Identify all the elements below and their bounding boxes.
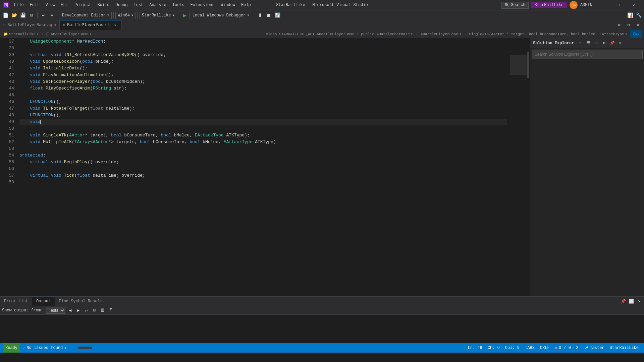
toolbar-redo[interactable]: ↪ xyxy=(48,11,56,19)
sol-pin-btn[interactable]: 📌 xyxy=(609,40,615,47)
editor-settings-btn[interactable]: ⚙ xyxy=(615,21,623,29)
output-nav-prev[interactable]: ◀ xyxy=(67,307,73,314)
token-kw: void xyxy=(30,105,40,112)
toolbar-restart[interactable]: 🔄 xyxy=(273,11,281,19)
output-pin-btn[interactable]: 📌 xyxy=(620,298,627,305)
status-issues[interactable]: ✓ No issues found ▾ xyxy=(20,343,69,353)
token-plain xyxy=(48,52,51,58)
status-bar: Ready ✓ No issues found ▾ Ln: 49 Ch: 6 C… xyxy=(0,343,644,353)
menu-analyze[interactable]: Analyze xyxy=(147,2,169,8)
output-close-btn[interactable]: ✕ xyxy=(636,298,643,305)
toolbar-stop[interactable]: ⏹ xyxy=(265,11,273,19)
output-clock-btn[interactable]: ⏱ xyxy=(107,307,114,314)
vertical-scrollbar[interactable] xyxy=(527,38,530,296)
status-branch[interactable]: ⎇ master xyxy=(581,343,607,353)
menu-file[interactable]: File xyxy=(11,2,26,8)
menu-window[interactable]: Window xyxy=(218,2,238,8)
sol-filter-btn[interactable]: ☰ xyxy=(585,40,591,47)
nav-project-arrow: ▾ xyxy=(37,32,39,36)
output-clear-btn[interactable]: 🗑 xyxy=(99,307,106,314)
status-ch[interactable]: Ch: 6 xyxy=(485,343,502,353)
toolbar-diag[interactable]: 🔧 xyxy=(635,11,643,19)
status-ready[interactable]: Ready xyxy=(3,343,20,353)
menu-bar: File Edit View Git Project Build Debug T… xyxy=(11,2,254,8)
output-nav-next[interactable]: ▶ xyxy=(75,307,82,314)
menu-tools[interactable]: Tools xyxy=(170,2,187,8)
toolbar-open[interactable]: 📂 xyxy=(10,11,18,19)
config-dropdown[interactable]: Development Editor ▾ xyxy=(60,12,112,19)
editor-split-btn[interactable]: ⊟ xyxy=(625,21,633,29)
token-plain xyxy=(40,105,43,112)
status-col[interactable]: Col: 9 xyxy=(502,343,522,353)
menu-test[interactable]: Test xyxy=(131,2,146,8)
code-scroll[interactable]: 3738394041424344454647484950515253545556… xyxy=(0,38,530,296)
output-float-btn[interactable]: ⬜ xyxy=(628,298,635,305)
editor-close-all-btn[interactable]: ✕ xyxy=(634,21,642,29)
tab-find-symbol[interactable]: Find Symbol Results xyxy=(55,297,109,306)
nav-scope[interactable]: class STARRAILLIKE_API ABattlePlayerBase… xyxy=(265,32,415,37)
status-col-label: Col: 9 xyxy=(505,346,520,350)
status-ln[interactable]: Ln: 49 xyxy=(465,343,485,353)
debugger-dropdown[interactable]: Local Windows Debugger ▾ xyxy=(190,12,253,19)
platform-dropdown[interactable]: Win64 ▾ xyxy=(115,12,136,19)
menu-git[interactable]: Git xyxy=(58,2,71,8)
token-param: MarkedIcon xyxy=(74,38,103,45)
code-content[interactable]: UWidgetComponent* MarkedIcon; virtual vo… xyxy=(17,38,510,296)
output-source-select[interactable]: Tests xyxy=(46,307,65,314)
token-plain xyxy=(40,139,43,145)
project-dropdown[interactable]: StarRailLike ▾ xyxy=(140,12,177,19)
line-number: 38 xyxy=(1,45,14,52)
toolbar-sep-2 xyxy=(58,12,58,18)
token-plain xyxy=(19,78,30,85)
output-indent-btn[interactable]: ⊟ xyxy=(91,307,98,314)
search-solution-input[interactable] xyxy=(532,50,643,59)
code-line xyxy=(19,92,507,99)
menu-debug[interactable]: Debug xyxy=(113,2,130,8)
output-wrap-btn[interactable]: ↵ xyxy=(83,307,90,314)
toolbar-perf[interactable]: 📊 xyxy=(626,11,634,19)
sol-settings-btn[interactable]: ⚙ xyxy=(601,40,607,47)
scrollbar-thumb[interactable] xyxy=(527,52,529,78)
tab-output[interactable]: Output xyxy=(32,297,55,306)
token-plain: ( xyxy=(74,172,77,179)
tab-cpp[interactable]: C BattlePlayerBase.cpp xyxy=(0,20,60,30)
search-button[interactable]: 🔍 Search xyxy=(501,2,528,9)
sol-close-btn[interactable]: ✕ xyxy=(617,40,624,47)
toolbar-save-all[interactable]: ⊟ xyxy=(28,11,36,19)
tab-close-button[interactable]: ✕ xyxy=(113,22,118,28)
maximize-button[interactable]: □ xyxy=(610,0,626,10)
nav-class[interactable]: ⬡ ABattlePlayerBase ▾ xyxy=(45,32,93,37)
tab-h[interactable]: H BattlePlayerBase.h ✕ xyxy=(60,20,122,30)
status-crlf[interactable]: CRLF xyxy=(537,343,552,353)
toolbar-pause[interactable]: ⏸ xyxy=(256,11,264,19)
search-wrap xyxy=(530,48,644,60)
menu-help[interactable]: Help xyxy=(238,2,254,8)
menu-view[interactable]: View xyxy=(43,2,58,8)
menu-edit[interactable]: Edit xyxy=(27,2,42,8)
output-content xyxy=(0,315,644,343)
token-plain: str); xyxy=(111,85,127,92)
menu-build[interactable]: Build xyxy=(95,2,112,8)
status-tabs[interactable]: TABS xyxy=(522,343,537,353)
sol-sync-btn[interactable]: ↕ xyxy=(577,40,583,47)
status-project[interactable]: StarRailLike xyxy=(607,343,641,353)
toolbar-save[interactable]: 💾 xyxy=(19,11,27,19)
toolbar-new[interactable]: 📄 xyxy=(1,11,9,19)
close-button[interactable]: ✕ xyxy=(626,0,641,10)
nav-scope2[interactable]: ABattlePlayerBase ▾ xyxy=(419,32,463,37)
status-errors[interactable]: ✖ 0 / 0 ⚠ 2 xyxy=(552,343,581,353)
play-button[interactable]: ▶ xyxy=(181,11,189,19)
token-fn: TL_RotateToTarget xyxy=(43,105,88,112)
menu-project[interactable]: Project xyxy=(72,2,94,8)
token-plain: bCustomHidden); xyxy=(103,78,145,85)
token-plain xyxy=(19,132,30,139)
nav-project[interactable]: 📁 StarRailLike ▾ xyxy=(2,32,40,37)
nav-go-btn[interactable]: Go xyxy=(630,30,642,38)
admin-label: ADMIN xyxy=(580,3,592,7)
nav-method[interactable]: SingleATK(AActor * target, bool bConsume… xyxy=(468,32,629,37)
sol-collapse-btn[interactable]: ⊟ xyxy=(593,40,599,47)
minimize-button[interactable]: ─ xyxy=(595,0,610,10)
tab-error-list[interactable]: Error List xyxy=(0,297,32,306)
menu-extensions[interactable]: Extensions xyxy=(188,2,217,8)
toolbar-undo[interactable]: ↩ xyxy=(39,11,47,19)
